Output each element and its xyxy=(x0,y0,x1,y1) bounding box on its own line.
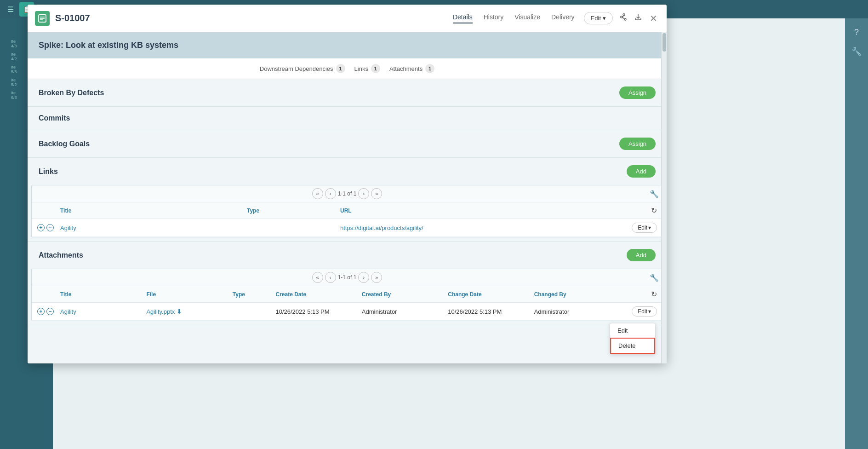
close-button[interactable]: ✕ xyxy=(648,11,659,26)
tab-history[interactable]: History xyxy=(484,13,504,23)
attachments-table-row: + − Agility Agility.pptx ⬇ 10/26/2022 5:… xyxy=(32,303,662,321)
dep-links[interactable]: Links 1 xyxy=(354,64,380,73)
attachments-row-title[interactable]: Agility xyxy=(60,308,146,315)
attachments-col-type: Type xyxy=(233,291,276,298)
links-table-row: + − Agility https://digital.ai/products/… xyxy=(32,219,662,237)
hamburger-icon[interactable]: ☰ xyxy=(7,5,14,14)
modal-tabs: Details History Visualize Delivery xyxy=(453,13,575,23)
links-add-button[interactable]: Add xyxy=(627,165,656,178)
attachments-expand-icons: + − xyxy=(37,308,60,315)
story-title: Spike: Look at existing KB systems xyxy=(39,40,178,50)
attachments-col-changedby: Changed By xyxy=(534,291,620,298)
attachments-row-file: Agility.pptx ⬇ xyxy=(146,308,232,315)
attachments-table: « ‹ 1-1 of 1 › » 🔧 Title xyxy=(31,269,663,321)
tab-visualize[interactable]: Visualize xyxy=(514,13,540,23)
story-title-bar: Spike: Look at existing KB systems xyxy=(28,32,667,58)
sidebar-item-4[interactable]: Ite5/2 xyxy=(9,77,19,88)
attachments-row-changedby: Administrator xyxy=(534,308,620,315)
tab-delivery[interactable]: Delivery xyxy=(551,13,575,23)
attachments-wrench-icon[interactable]: 🔧 xyxy=(650,273,659,282)
attachments-row-createdby: Administrator xyxy=(362,308,448,315)
sidebar-item-1[interactable]: Ite4/8 xyxy=(9,38,19,49)
links-header: Links Add xyxy=(28,158,667,185)
links-edit-chevron-icon: ▾ xyxy=(648,224,651,231)
links-first-page-button[interactable]: « xyxy=(312,188,323,199)
broken-by-defects-assign-button[interactable]: Assign xyxy=(619,86,656,99)
modal-content: Spike: Look at existing KB systems Downs… xyxy=(28,32,667,363)
attachments-col-createdby: Created By xyxy=(362,291,448,298)
attachments-col-title: Title xyxy=(60,291,146,298)
attachments-row-changedate: 10/26/2022 5:13 PM xyxy=(448,308,534,315)
links-next-page-button[interactable]: › xyxy=(358,188,369,199)
attachments-next-page-button[interactable]: › xyxy=(358,272,369,283)
attachments-edit-label: Edit xyxy=(638,308,647,315)
edit-chevron-icon: ▾ xyxy=(603,15,606,22)
sidebar-items: Ite4/8 Ite4/2 Ite5/6 Ite5/2 Ite6/3 xyxy=(9,38,19,101)
share-icon-button[interactable] xyxy=(617,11,628,25)
commits-header: Commits xyxy=(28,107,667,130)
links-row-title[interactable]: Agility xyxy=(60,224,247,231)
dep-links-count: 1 xyxy=(371,64,380,73)
modal: S-01007 Details History Visualize Delive… xyxy=(28,5,667,363)
section-links: Links Add « ‹ 1-1 of 1 › » 🔧 xyxy=(28,158,667,242)
attachments-prev-page-button[interactable]: ‹ xyxy=(325,272,336,283)
attachments-last-page-button[interactable]: » xyxy=(371,272,382,283)
attachments-first-page-button[interactable]: « xyxy=(312,272,323,283)
section-broken-by-defects: Broken By Defects Assign xyxy=(28,79,667,107)
links-row-url[interactable]: https://digital.ai/products/agility/ xyxy=(340,224,620,231)
attachments-refresh-icon[interactable]: ↻ xyxy=(651,290,657,299)
backlog-goals-header: Backlog Goals Assign xyxy=(28,130,667,157)
links-prev-page-button[interactable]: ‹ xyxy=(325,188,336,199)
edit-button[interactable]: Edit ▾ xyxy=(584,12,613,24)
right-icon-question[interactable]: ? xyxy=(854,28,859,37)
links-row-actions: Edit ▾ xyxy=(620,223,657,233)
attachments-col-createdate: Create Date xyxy=(275,291,361,298)
attachments-row-createdate: 10/26/2022 5:13 PM xyxy=(275,308,361,315)
links-page-info: 1-1 of 1 xyxy=(338,190,357,197)
backlog-goals-assign-button[interactable]: Assign xyxy=(619,138,656,150)
dropdown-delete-item[interactable]: Delete xyxy=(610,338,655,354)
links-edit-button[interactable]: Edit ▾ xyxy=(632,223,657,233)
attachments-expand-plus-icon[interactable]: + xyxy=(37,308,45,315)
export-icon xyxy=(634,13,642,21)
modal-scroll-thumb xyxy=(662,33,666,52)
attachments-table-toolbar: « ‹ 1-1 of 1 › » 🔧 xyxy=(32,269,662,286)
links-expand-plus-icon[interactable]: + xyxy=(37,224,45,231)
modal-scrollbar[interactable] xyxy=(661,32,667,363)
sidebar-item-5[interactable]: Ite6/3 xyxy=(9,90,19,101)
attachments-download-icon[interactable]: ⬇ xyxy=(177,308,182,315)
links-title: Links xyxy=(39,167,58,176)
sidebar-item-3[interactable]: Ite5/6 xyxy=(9,64,19,75)
modal-header-actions: Edit ▾ ✕ xyxy=(584,11,659,26)
dep-downstream[interactable]: Downstream Dependencies 1 xyxy=(260,64,345,73)
dep-downstream-count: 1 xyxy=(336,64,345,73)
tab-details[interactable]: Details xyxy=(453,13,473,23)
broken-by-defects-title: Broken By Defects xyxy=(39,89,104,97)
attachments-pagination: « ‹ 1-1 of 1 › » xyxy=(312,272,383,283)
modal-icon xyxy=(35,11,50,26)
links-last-page-button[interactable]: » xyxy=(371,188,382,199)
attachments-expand-minus-icon[interactable]: − xyxy=(46,308,54,315)
modal-title: S-01007 xyxy=(55,13,90,23)
attachments-table-header: Title File Type Create Date Created By xyxy=(32,286,662,303)
links-expand-minus-icon[interactable]: − xyxy=(46,224,54,231)
attachments-add-button[interactable]: Add xyxy=(627,249,656,261)
attachments-page-info: 1-1 of 1 xyxy=(338,274,357,281)
attachments-file-link[interactable]: Agility.pptx ⬇ xyxy=(146,308,232,315)
links-expand-icons: + − xyxy=(37,224,60,231)
sidebar-item-2[interactable]: Ite4/2 xyxy=(9,51,19,62)
export-icon-button[interactable] xyxy=(632,11,644,25)
dep-attachments[interactable]: Attachments 1 xyxy=(389,64,434,73)
links-col-type: Type xyxy=(247,207,340,214)
attachments-header: Attachments Add xyxy=(28,242,667,269)
links-wrench-icon[interactable]: 🔧 xyxy=(650,190,659,198)
attachments-edit-button[interactable]: Edit ▾ xyxy=(632,306,657,317)
links-edit-label: Edit xyxy=(638,224,647,231)
broken-by-defects-header: Broken By Defects Assign xyxy=(28,79,667,106)
right-icon-wrench[interactable]: 🔧 xyxy=(851,46,862,57)
attachments-title: Attachments xyxy=(39,251,83,259)
links-refresh-icon[interactable]: ↻ xyxy=(651,206,657,215)
attachments-wrench-container: 🔧 xyxy=(382,273,659,282)
dropdown-edit-item[interactable]: Edit xyxy=(610,323,655,338)
links-wrench-container: 🔧 xyxy=(382,190,659,198)
